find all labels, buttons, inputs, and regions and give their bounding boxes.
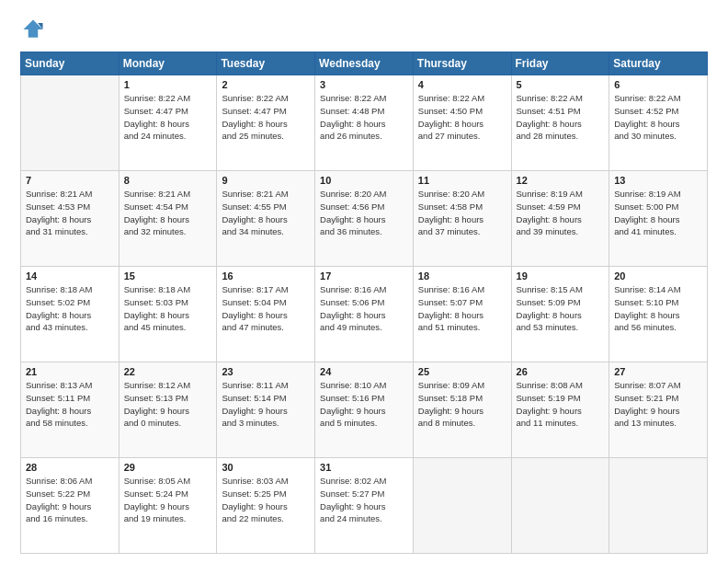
day-cell: 20Sunrise: 8:14 AM Sunset: 5:10 PM Dayli… (609, 267, 708, 362)
col-header-wednesday: Wednesday (315, 52, 414, 75)
day-number: 2 (222, 79, 310, 90)
day-cell: 4Sunrise: 8:22 AM Sunset: 4:50 PM Daylig… (413, 75, 511, 171)
day-cell: 9Sunrise: 8:21 AM Sunset: 4:55 PM Daylig… (217, 171, 315, 267)
day-cell: 26Sunrise: 8:08 AM Sunset: 5:19 PM Dayli… (511, 362, 609, 458)
logo (20, 17, 48, 42)
day-cell: 6Sunrise: 8:22 AM Sunset: 4:52 PM Daylig… (609, 75, 708, 171)
logo-icon (20, 17, 46, 42)
col-header-tuesday: Tuesday (217, 52, 315, 75)
day-number: 24 (320, 366, 408, 377)
day-cell: 29Sunrise: 8:05 AM Sunset: 5:24 PM Dayli… (119, 458, 217, 554)
day-info: Sunrise: 8:22 AM Sunset: 4:50 PM Dayligh… (418, 92, 506, 143)
day-number: 7 (26, 175, 114, 186)
week-row-4: 28Sunrise: 8:06 AM Sunset: 5:22 PM Dayli… (21, 458, 708, 554)
day-number: 11 (418, 175, 506, 186)
day-info: Sunrise: 8:03 AM Sunset: 5:25 PM Dayligh… (222, 475, 310, 525)
day-number: 5 (517, 79, 605, 90)
day-cell: 7Sunrise: 8:21 AM Sunset: 4:53 PM Daylig… (21, 171, 119, 267)
day-number: 4 (418, 79, 506, 90)
day-cell: 1Sunrise: 8:22 AM Sunset: 4:47 PM Daylig… (119, 75, 217, 171)
day-cell: 3Sunrise: 8:22 AM Sunset: 4:48 PM Daylig… (315, 75, 414, 171)
day-number: 25 (418, 366, 506, 377)
day-number: 12 (517, 175, 605, 186)
day-cell: 5Sunrise: 8:22 AM Sunset: 4:51 PM Daylig… (511, 75, 609, 171)
day-number: 29 (124, 462, 212, 473)
day-info: Sunrise: 8:21 AM Sunset: 4:54 PM Dayligh… (124, 188, 212, 238)
page: SundayMondayTuesdayWednesdayThursdayFrid… (0, 0, 728, 563)
calendar-header-row: SundayMondayTuesdayWednesdayThursdayFrid… (21, 52, 708, 75)
day-number: 18 (418, 270, 506, 282)
day-number: 6 (614, 79, 702, 90)
day-info: Sunrise: 8:19 AM Sunset: 4:59 PM Dayligh… (517, 188, 605, 238)
day-info: Sunrise: 8:20 AM Sunset: 4:56 PM Dayligh… (320, 188, 408, 238)
day-info: Sunrise: 8:10 AM Sunset: 5:16 PM Dayligh… (320, 379, 408, 430)
day-number: 21 (26, 366, 114, 377)
day-number: 16 (222, 270, 310, 282)
svg-marker-0 (24, 20, 43, 38)
day-number: 10 (320, 175, 408, 186)
day-info: Sunrise: 8:22 AM Sunset: 4:47 PM Dayligh… (222, 92, 310, 143)
day-info: Sunrise: 8:02 AM Sunset: 5:27 PM Dayligh… (320, 475, 408, 525)
day-info: Sunrise: 8:19 AM Sunset: 5:00 PM Dayligh… (614, 188, 702, 238)
day-cell (21, 75, 119, 171)
day-cell: 24Sunrise: 8:10 AM Sunset: 5:16 PM Dayli… (315, 362, 414, 458)
day-cell (609, 458, 708, 554)
day-number: 8 (124, 175, 212, 186)
day-cell: 17Sunrise: 8:16 AM Sunset: 5:06 PM Dayli… (315, 267, 414, 362)
calendar-table: SundayMondayTuesdayWednesdayThursdayFrid… (20, 52, 708, 554)
day-cell: 31Sunrise: 8:02 AM Sunset: 5:27 PM Dayli… (315, 458, 414, 554)
day-info: Sunrise: 8:16 AM Sunset: 5:06 PM Dayligh… (320, 283, 408, 334)
day-info: Sunrise: 8:21 AM Sunset: 4:53 PM Dayligh… (26, 188, 114, 238)
day-info: Sunrise: 8:22 AM Sunset: 4:48 PM Dayligh… (320, 92, 408, 143)
day-cell: 28Sunrise: 8:06 AM Sunset: 5:22 PM Dayli… (21, 458, 119, 554)
day-number: 28 (26, 462, 114, 473)
day-info: Sunrise: 8:18 AM Sunset: 5:03 PM Dayligh… (124, 283, 212, 334)
day-cell: 11Sunrise: 8:20 AM Sunset: 4:58 PM Dayli… (413, 171, 511, 267)
day-info: Sunrise: 8:07 AM Sunset: 5:21 PM Dayligh… (614, 379, 702, 430)
day-cell: 18Sunrise: 8:16 AM Sunset: 5:07 PM Dayli… (413, 267, 511, 362)
day-info: Sunrise: 8:20 AM Sunset: 4:58 PM Dayligh… (418, 188, 506, 238)
day-cell: 14Sunrise: 8:18 AM Sunset: 5:02 PM Dayli… (21, 267, 119, 362)
day-info: Sunrise: 8:22 AM Sunset: 4:47 PM Dayligh… (124, 92, 212, 143)
day-number: 3 (320, 79, 408, 90)
day-cell: 21Sunrise: 8:13 AM Sunset: 5:11 PM Dayli… (21, 362, 119, 458)
day-cell: 2Sunrise: 8:22 AM Sunset: 4:47 PM Daylig… (217, 75, 315, 171)
day-cell: 15Sunrise: 8:18 AM Sunset: 5:03 PM Dayli… (119, 267, 217, 362)
col-header-monday: Monday (119, 52, 217, 75)
day-info: Sunrise: 8:09 AM Sunset: 5:18 PM Dayligh… (418, 379, 506, 430)
day-number: 31 (320, 462, 408, 473)
day-number: 30 (222, 462, 310, 473)
day-info: Sunrise: 8:13 AM Sunset: 5:11 PM Dayligh… (26, 379, 114, 430)
day-info: Sunrise: 8:14 AM Sunset: 5:10 PM Dayligh… (614, 283, 702, 334)
day-info: Sunrise: 8:15 AM Sunset: 5:09 PM Dayligh… (517, 283, 605, 334)
day-number: 20 (614, 270, 702, 282)
day-number: 22 (124, 366, 212, 377)
day-number: 13 (614, 175, 702, 186)
day-number: 1 (124, 79, 212, 90)
day-info: Sunrise: 8:21 AM Sunset: 4:55 PM Dayligh… (222, 188, 310, 238)
week-row-3: 21Sunrise: 8:13 AM Sunset: 5:11 PM Dayli… (21, 362, 708, 458)
day-info: Sunrise: 8:18 AM Sunset: 5:02 PM Dayligh… (26, 283, 114, 334)
day-number: 14 (26, 270, 114, 282)
day-number: 15 (124, 270, 212, 282)
day-cell: 30Sunrise: 8:03 AM Sunset: 5:25 PM Dayli… (217, 458, 315, 554)
day-info: Sunrise: 8:17 AM Sunset: 5:04 PM Dayligh… (222, 283, 310, 334)
day-number: 19 (517, 270, 605, 282)
day-cell: 19Sunrise: 8:15 AM Sunset: 5:09 PM Dayli… (511, 267, 609, 362)
day-number: 26 (517, 366, 605, 377)
day-cell: 22Sunrise: 8:12 AM Sunset: 5:13 PM Dayli… (119, 362, 217, 458)
day-info: Sunrise: 8:05 AM Sunset: 5:24 PM Dayligh… (124, 475, 212, 525)
day-cell (511, 458, 609, 554)
day-cell: 10Sunrise: 8:20 AM Sunset: 4:56 PM Dayli… (315, 171, 414, 267)
day-number: 27 (614, 366, 702, 377)
day-number: 23 (222, 366, 310, 377)
col-header-friday: Friday (511, 52, 609, 75)
day-cell: 25Sunrise: 8:09 AM Sunset: 5:18 PM Dayli… (413, 362, 511, 458)
day-number: 9 (222, 175, 310, 186)
day-cell (413, 458, 511, 554)
day-info: Sunrise: 8:06 AM Sunset: 5:22 PM Dayligh… (26, 475, 114, 525)
day-cell: 8Sunrise: 8:21 AM Sunset: 4:54 PM Daylig… (119, 171, 217, 267)
header (20, 17, 708, 42)
day-number: 17 (320, 270, 408, 282)
day-cell: 27Sunrise: 8:07 AM Sunset: 5:21 PM Dayli… (609, 362, 708, 458)
